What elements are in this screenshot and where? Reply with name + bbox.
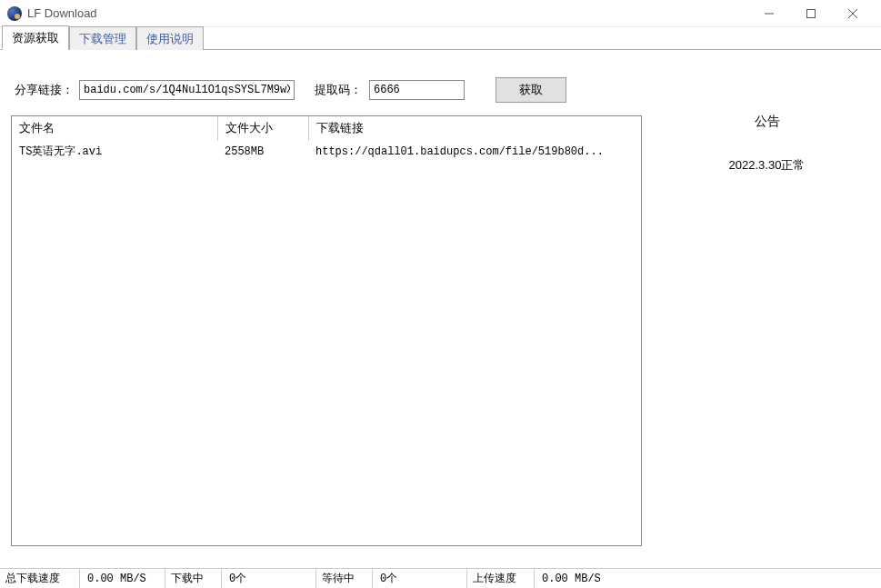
status-upload-speed-label: 上传速度 xyxy=(467,569,535,588)
announcement-body: 2022.3.30正常 xyxy=(662,157,872,174)
cell-downloadlink: https://qdall01.baidupcs.com/file/519b80… xyxy=(308,141,641,163)
extract-code-label: 提取码： xyxy=(315,82,362,98)
share-link-label: 分享链接： xyxy=(15,82,74,98)
table-header-row: 文件名 文件大小 下载链接 xyxy=(12,116,641,141)
tab-bar: 资源获取 下载管理 使用说明 xyxy=(0,27,881,50)
minimize-button[interactable] xyxy=(748,0,790,27)
status-waiting-label: 等待中 xyxy=(316,569,373,588)
announcement-pane: 公告 2022.3.30正常 xyxy=(653,50,881,568)
maximize-button[interactable] xyxy=(790,0,832,27)
announcement-title: 公告 xyxy=(662,114,872,130)
fetch-button[interactable]: 获取 xyxy=(496,77,566,103)
status-waiting-value: 0个 xyxy=(373,569,467,588)
svg-rect-1 xyxy=(807,9,816,17)
col-header-downloadlink[interactable]: 下载链接 xyxy=(308,116,641,141)
col-header-filesize[interactable]: 文件大小 xyxy=(217,116,308,141)
app-icon xyxy=(7,6,22,21)
close-button[interactable] xyxy=(832,0,874,27)
tab-instructions[interactable]: 使用说明 xyxy=(136,26,204,50)
cell-filesize: 2558MB xyxy=(217,141,308,163)
status-total-speed-value: 0.00 MB/S xyxy=(80,569,165,588)
status-downloading-label: 下载中 xyxy=(165,569,222,588)
extract-code-input[interactable] xyxy=(369,80,465,100)
share-link-input[interactable] xyxy=(79,80,295,100)
results-table-wrap: 文件名 文件大小 下载链接 TS英语无字.avi 2558MB https://… xyxy=(11,115,642,546)
table-row[interactable]: TS英语无字.avi 2558MB https://qdall01.baidup… xyxy=(12,141,641,163)
status-downloading-value: 0个 xyxy=(222,569,316,588)
left-pane: 分享链接： 提取码： 获取 文件名 文件大小 下载链接 xyxy=(0,50,653,568)
tab-resource-fetch[interactable]: 资源获取 xyxy=(2,25,69,50)
title-bar: LF Download xyxy=(0,0,881,27)
status-total-speed-label: 总下载速度 xyxy=(0,569,80,588)
fetch-form: 分享链接： 提取码： 获取 xyxy=(0,50,653,115)
results-table: 文件名 文件大小 下载链接 TS英语无字.avi 2558MB https://… xyxy=(12,116,641,162)
cell-filename: TS英语无字.avi xyxy=(12,141,217,163)
status-upload-speed-value: 0.00 MB/S xyxy=(535,569,881,588)
tab-download-manage[interactable]: 下载管理 xyxy=(69,26,136,50)
status-bar: 总下载速度 0.00 MB/S 下载中 0个 等待中 0个 上传速度 0.00 … xyxy=(0,568,881,588)
window-title: LF Download xyxy=(27,6,97,20)
content-area: 分享链接： 提取码： 获取 文件名 文件大小 下载链接 xyxy=(0,50,881,568)
col-header-filename[interactable]: 文件名 xyxy=(12,116,217,141)
